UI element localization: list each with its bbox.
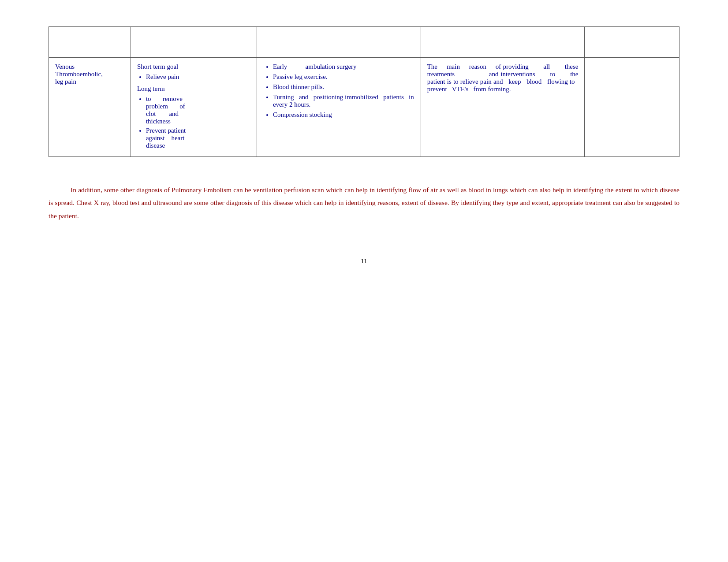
table-row-empty (49, 27, 679, 58)
cell-rationale: The main reason of providing all these t… (421, 58, 585, 157)
cell-empty-5 (585, 27, 679, 58)
page-wrapper: Venous Thromboembolic, leg pain Short te… (0, 0, 728, 291)
cell-diagnosis: Venous Thromboembolic, leg pain (49, 58, 131, 157)
long-term-item-2: Prevent patientagainst heartdisease (146, 127, 250, 149)
long-term-item-1: to removeproblem ofclot andthickness (146, 95, 250, 125)
intervention-item-4: Turning and positioning immobilized pati… (273, 93, 414, 108)
intervention-item-3: Blood thinner pills. (273, 83, 414, 91)
short-term-label: Short term goal (137, 63, 250, 71)
cell-empty-1 (49, 27, 131, 58)
long-term-list: to removeproblem ofclot andthickness Pre… (137, 95, 250, 149)
diagnosis-line2: Thromboembolic, (55, 71, 103, 78)
rationale-text: The main reason of providing all these t… (427, 63, 579, 93)
short-term-list: Relieve pain (137, 73, 250, 81)
diagnosis-line1: Venous (55, 63, 75, 70)
intervention-item-1: Early ambulation surgery (273, 63, 414, 71)
paragraph-text: In addition, some other diagnosis of Pul… (49, 183, 679, 222)
cell-col5-empty (585, 58, 679, 157)
interventions-list: Early ambulation surgery Passive leg exe… (263, 63, 414, 119)
cell-goals: Short term goal Relieve pain Long term t… (131, 58, 257, 157)
main-table: Venous Thromboembolic, leg pain Short te… (49, 26, 679, 157)
table-row-data: Venous Thromboembolic, leg pain Short te… (49, 58, 679, 157)
intervention-item-5: Compression stocking (273, 111, 414, 119)
cell-empty-4 (421, 27, 585, 58)
cell-empty-2 (131, 27, 257, 58)
short-term-item-1: Relieve pain (146, 73, 250, 81)
paragraph-section: In addition, some other diagnosis of Pul… (49, 183, 679, 222)
long-term-label: Long term (137, 85, 250, 93)
cell-empty-3 (257, 27, 421, 58)
cell-interventions: Early ambulation surgery Passive leg exe… (257, 58, 421, 157)
intervention-item-2: Passive leg exercise. (273, 73, 414, 81)
diagnosis-line3: leg pain (55, 78, 76, 85)
page-number: 11 (49, 257, 679, 265)
